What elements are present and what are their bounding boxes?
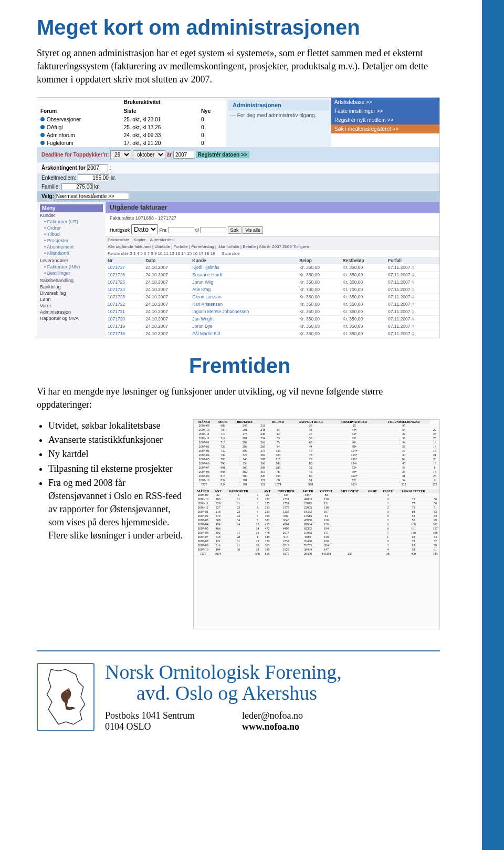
table-row[interactable]: 107172324.10.2007Glenn LarssonKr. 350,00… [106, 293, 439, 300]
col-forum: Forum [37, 107, 121, 116]
meny-item[interactable]: Lønn [40, 296, 103, 303]
org-name-line1: Norsk Ornitologisk Forening, [105, 662, 342, 683]
meny-item[interactable]: • Abonnement [40, 244, 103, 250]
meny-item[interactable]: Varer [40, 303, 103, 309]
admin-header: Administrasjonen [228, 100, 329, 110]
future-paragraph: Vi har en mengde nye løsninger og funksj… [37, 385, 440, 411]
meny-item[interactable]: • Klientkonti [40, 250, 103, 256]
table-row[interactable]: 107172524.10.2007Jorun WiigKr. 350,00Kr.… [106, 278, 439, 286]
col-activity: Brukeraktivitet [121, 98, 198, 107]
deadline-row: Deadline for Toppdykker'n: 29 oktober år… [37, 147, 439, 162]
kontingent-header: Årskontingent for [41, 165, 86, 171]
footer-divider [37, 650, 440, 651]
stats-screenshot: MÅNEDMEDLBRUKEREBILDERRAPPORTØREROBSERVA… [193, 419, 440, 629]
enkelt-value[interactable] [78, 174, 109, 181]
admin-paragraph: Styret og annen administrasjon har et eg… [37, 47, 440, 87]
col-nye: Nye [198, 107, 226, 116]
deadline-month[interactable]: oktober [133, 150, 165, 159]
stats-table-bottom: MÅNEDANTRAPPORTERANTINDIVIDERARTEROFTEST… [194, 489, 439, 556]
table-row[interactable]: 107172624.10.2007Susanne HardtKr. 350,00… [106, 271, 439, 278]
forum-row[interactable]: Fugleforum [37, 139, 121, 147]
fakturer-tab[interactable]: Kopier [133, 237, 145, 242]
admin-link[interactable]: Faste innstillinger >> [331, 107, 439, 116]
meny-item[interactable]: • Prosjekter [40, 237, 103, 244]
deadline-label: Deadline for Toppdykker'n: [41, 152, 109, 158]
heading-future: Fremtiden [189, 354, 440, 378]
stats-table-top: MÅNEDMEDLBRUKEREBILDERRAPPORTØREROBSERVA… [194, 420, 439, 487]
meny-item[interactable]: • Bestillinger [40, 270, 103, 276]
search-sok-btn[interactable]: Søk [228, 226, 242, 234]
table-row[interactable]: 107171824.10.2007Pål Martin EidKr. 350,0… [106, 330, 439, 337]
velg-row: Velg: [37, 191, 439, 201]
bullet-item: Ny kartdel [48, 448, 185, 461]
admin-link[interactable]: Søk i medlemsregisteret >> [331, 125, 439, 133]
org-addr2: 0104 OSLO [105, 721, 195, 732]
forum-row[interactable]: Observasjoner [37, 116, 121, 123]
kontingent-familie: Familie: kr. [37, 182, 439, 191]
meny-item[interactable]: Bankbilag [40, 284, 103, 290]
forum-table: Brukeraktivitet Forum Siste Nye Observas… [37, 98, 226, 147]
bullet-item: Tilpasning til eksterne prosjekter [48, 462, 185, 475]
org-logo [37, 663, 94, 731]
admin-sub: — For deg med administrativ tilgang. [228, 110, 329, 120]
fakturer-sub: Fakturaliste 1071688 - 1071727 [106, 213, 439, 223]
table-row[interactable]: 107172124.10.2007Ingunn Merete Johanness… [106, 308, 439, 315]
deadline-year-label: år [167, 152, 172, 158]
kontingent-year[interactable] [87, 164, 108, 171]
meny-item[interactable]: Leverandører [40, 257, 103, 264]
meny-header: Meny [40, 204, 103, 212]
familie-value[interactable] [61, 183, 93, 190]
meny-item[interactable]: • Tilbud [40, 231, 103, 237]
meny-item[interactable]: • Fakturaer (UT) [40, 219, 103, 225]
meny-item[interactable]: Saksbehandling [40, 277, 103, 284]
table-row[interactable]: 107172024.10.2007Jan WrightKr. 350,00Kr.… [106, 315, 439, 323]
meny-item[interactable]: Rapporter og MVA [40, 315, 103, 322]
deadline-register-btn[interactable]: Registrér datoen >> [196, 151, 249, 158]
bullet-item: Utvidet, søkbar lokalitetsbase [48, 419, 185, 432]
grebe-map-icon [41, 667, 91, 727]
fakturer-tabs-row: FakturalisteKopierAldersfordelt [106, 236, 439, 243]
table-row[interactable]: 107172224.10.2007Kari KristensenKr. 350,… [106, 300, 439, 308]
col-siste: Siste [121, 107, 198, 116]
admin-screenshot: Brukeraktivitet Forum Siste Nye Observas… [37, 97, 440, 338]
org-name-line2: avd. Oslo og Akershus [105, 683, 342, 704]
heading-admin: Meget kort om administrasjonen [37, 16, 440, 39]
kontingent-enkelt: Enkeltmedlem: kr. [37, 173, 439, 182]
bullet-item: Fra og med 2008 får Østensjøvannet i Osl… [48, 476, 185, 543]
fakturer-table: NrDatoKundeBeløpRestbeløpForfall 1071727… [106, 257, 439, 338]
svg-point-0 [67, 690, 68, 691]
bullet-list: Utvidet, søkbar lokalitetsbaseAvanserte … [37, 419, 185, 543]
forum-row[interactable]: Adminforum [37, 131, 121, 139]
admin-link[interactable]: Artslistebase >> [331, 98, 439, 107]
kontingent-header-row: Årskontingent for : [37, 162, 439, 173]
admin-link[interactable]: Registrér nytt medlem >> [331, 116, 439, 125]
fakturer-toolbar: Hurtigsøk Dato Fra til Søk Vis alle [106, 223, 439, 236]
fakturer-tab[interactable]: Aldersfordelt [150, 237, 173, 242]
fakturer-tab[interactable]: Fakturaliste [108, 237, 129, 242]
search-field[interactable]: Dato [131, 224, 158, 234]
bullet-item: Avanserte statistikkfunksjoner [48, 433, 185, 447]
fakturer-filterbar: Alle utgående fakturaer | Ubetalte | For… [106, 243, 439, 250]
meny-item[interactable]: • Ordrer [40, 225, 103, 231]
search-visalle-btn[interactable]: Vis alle [243, 226, 263, 234]
table-row[interactable]: 107172724.10.2007Kjetil HjelmåsKr. 350,0… [106, 264, 439, 272]
forum-row[interactable]: OAfugl [37, 123, 121, 131]
meny-column: Meny Kunder• Fakturaer (UT)• Ordrer• Til… [37, 202, 106, 338]
org-site: www.nofoa.no [242, 721, 303, 732]
velg-input[interactable] [56, 193, 129, 200]
right-accent-bar [482, 0, 504, 850]
meny-item[interactable]: Administrasjon [40, 309, 103, 315]
deadline-year[interactable] [173, 151, 194, 159]
org-addr1: Postboks 1041 Sentrum [105, 710, 195, 721]
org-email: leder@nofoa.no [242, 710, 303, 721]
footer: Norsk Ornitologisk Forening, avd. Oslo o… [37, 662, 440, 732]
meny-item[interactable]: Diversebilag [40, 290, 103, 296]
velg-label: Velg: [41, 193, 54, 199]
meny-item[interactable]: • Fakturaer (INN) [40, 264, 103, 270]
deadline-day[interactable]: 29 [110, 150, 131, 159]
table-row[interactable]: 107172424.10.2007Atle KragKr. 700,00Kr. … [106, 286, 439, 293]
meny-item[interactable]: Kunder [40, 212, 103, 219]
search-til[interactable] [200, 227, 226, 233]
search-fra[interactable] [168, 227, 194, 233]
table-row[interactable]: 107171924.10.2007Jorun ByeKr. 350,00Kr. … [106, 323, 439, 330]
